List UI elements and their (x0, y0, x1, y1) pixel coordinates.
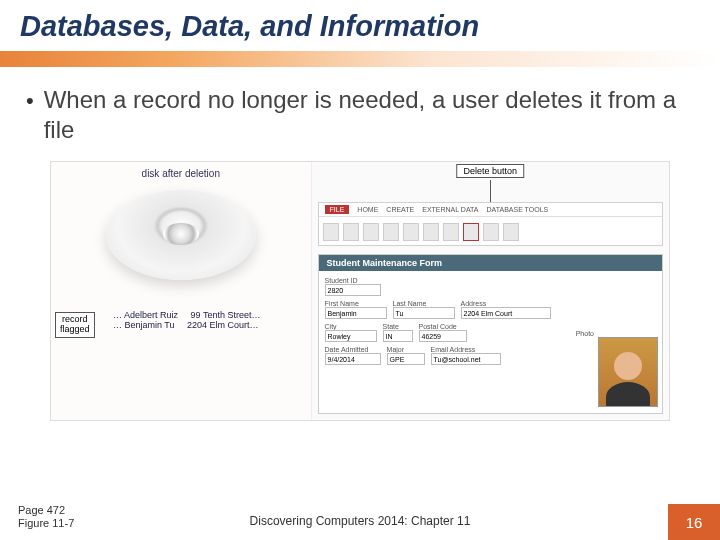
table-row: … Adelbert Ruiz 99 Tenth Street… (113, 310, 260, 320)
address-field[interactable]: 2204 Elm Court (461, 307, 551, 319)
last-name-field[interactable]: Tu (393, 307, 455, 319)
bullet-text: When a record no longer is needed, a use… (44, 85, 694, 145)
bullet-item: • When a record no longer is needed, a u… (26, 85, 694, 145)
tab-file[interactable]: FILE (325, 205, 350, 214)
tab-external[interactable]: EXTERNAL DATA (422, 206, 478, 213)
label: Major (387, 346, 425, 353)
delete-button-callout: Delete button (456, 164, 524, 178)
ribbon: FILE HOME CREATE EXTERNAL DATA DATABASE … (318, 202, 663, 246)
view-icon[interactable] (323, 223, 339, 241)
disk-label: disk after deletion (142, 168, 220, 179)
city-field[interactable]: Rowley (325, 330, 377, 342)
form-header: Student Maintenance Form (319, 255, 662, 271)
date-admitted-field[interactable]: 9/4/2014 (325, 353, 381, 365)
delete-icon[interactable] (463, 223, 479, 241)
new-icon[interactable] (423, 223, 439, 241)
footer: Page 472 Figure 11-7 Discovering Compute… (0, 498, 720, 540)
app-panel: Delete button FILE HOME CREATE EXTERNAL … (311, 162, 669, 420)
label: Email Address (431, 346, 501, 353)
filter-icon[interactable] (383, 223, 399, 241)
label: Last Name (393, 300, 455, 307)
disk-panel: disk after deletion record flagged … Ade… (51, 162, 311, 420)
slide-title: Databases, Data, and Information (20, 10, 700, 43)
paste-icon[interactable] (343, 223, 359, 241)
tab-dbtools[interactable]: DATABASE TOOLS (487, 206, 549, 213)
record-flagged-callout: record flagged (55, 312, 95, 338)
cut-icon[interactable] (363, 223, 379, 241)
first-name-field[interactable]: Benjamin (325, 307, 387, 319)
tab-create[interactable]: CREATE (386, 206, 414, 213)
major-field[interactable]: GPE (387, 353, 425, 365)
label: First Name (325, 300, 387, 307)
accent-rule (0, 51, 720, 67)
label: Student ID (325, 277, 381, 284)
label: Postal Code (419, 323, 467, 330)
tab-home[interactable]: HOME (357, 206, 378, 213)
label: Photo (576, 330, 594, 337)
goto-icon[interactable] (503, 223, 519, 241)
photo (598, 337, 658, 407)
ribbon-toolbar (319, 217, 662, 246)
label: State (383, 323, 413, 330)
slide-number: 16 (668, 504, 720, 540)
form: Student Maintenance Form Student ID2820 … (318, 254, 663, 414)
postal-field[interactable]: 46259 (419, 330, 467, 342)
refresh-icon[interactable] (403, 223, 419, 241)
record-list: … Adelbert Ruiz 99 Tenth Street… … Benja… (113, 310, 260, 330)
bullet-dot: • (26, 85, 34, 145)
arrow-icon (490, 180, 491, 202)
figure: disk after deletion record flagged … Ade… (50, 161, 670, 421)
disk-icon (106, 190, 256, 280)
email-field[interactable]: Tu@school.net (431, 353, 501, 365)
chapter-label: Discovering Computers 2014: Chapter 11 (250, 514, 471, 528)
ribbon-tabs: FILE HOME CREATE EXTERNAL DATA DATABASE … (319, 203, 662, 217)
table-row: … Benjamin Tu 2204 Elm Court… (113, 320, 260, 330)
page-reference: Page 472 Figure 11-7 (18, 504, 74, 530)
label: City (325, 323, 377, 330)
student-id-field[interactable]: 2820 (325, 284, 381, 296)
find-icon[interactable] (483, 223, 499, 241)
state-field[interactable]: IN (383, 330, 413, 342)
label: Address (461, 300, 551, 307)
save-icon[interactable] (443, 223, 459, 241)
label: Date Admitted (325, 346, 381, 353)
